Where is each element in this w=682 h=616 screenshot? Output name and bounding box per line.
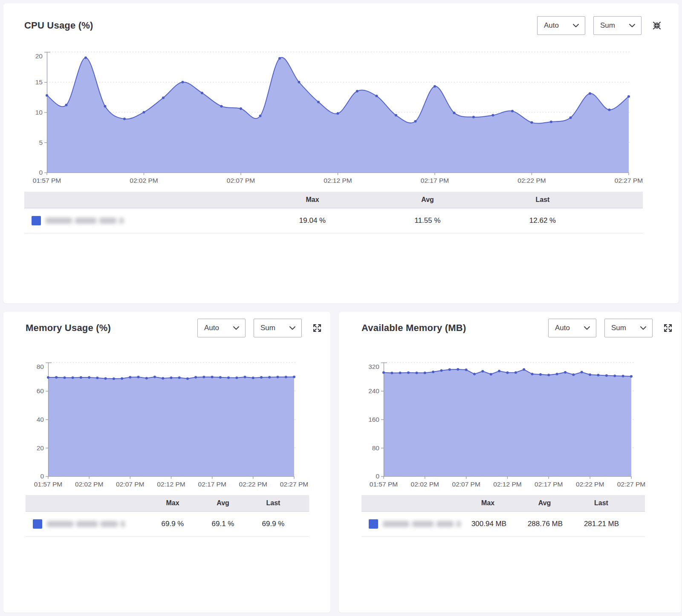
legend-header-avg: Avg	[370, 196, 485, 204]
collapse-chart-button[interactable]	[651, 20, 662, 31]
chart-title-available-memory: Available Memory (MB)	[361, 322, 548, 334]
legend-header-row: Max Avg Last	[24, 192, 643, 208]
svg-text:02:17 PM: 02:17 PM	[535, 481, 563, 488]
series-color-swatch	[369, 519, 378, 529]
series-label-redacted	[46, 218, 124, 224]
panel-header: CPU Usage (%) Auto Sum	[3, 16, 679, 35]
svg-text:320: 320	[368, 363, 379, 370]
svg-text:80: 80	[37, 363, 44, 370]
svg-text:02:27 PM: 02:27 PM	[617, 481, 645, 488]
svg-text:02:07 PM: 02:07 PM	[227, 177, 255, 183]
legend-value-avg: 288.76 MB	[517, 520, 573, 528]
svg-text:02:12 PM: 02:12 PM	[157, 481, 185, 488]
series-color-swatch	[33, 519, 42, 529]
legend-value-avg: 69.1 %	[198, 520, 248, 528]
panel-controls: Auto Sum	[548, 319, 673, 337]
interval-dropdown[interactable]: Auto	[548, 319, 596, 337]
aggregation-dropdown[interactable]: Sum	[593, 16, 642, 35]
svg-text:5: 5	[39, 139, 43, 146]
panel-header: Available Memory (MB) Auto Sum	[339, 319, 681, 337]
svg-text:15: 15	[35, 78, 43, 86]
series-label-redacted	[47, 521, 125, 527]
legend-header-last: Last	[573, 499, 630, 507]
chart-title-cpu: CPU Usage (%)	[24, 20, 537, 31]
interval-dropdown-value: Auto	[555, 324, 570, 332]
legend-header-avg: Avg	[516, 499, 573, 507]
expand-chart-button[interactable]	[662, 322, 673, 334]
chevron-down-icon	[233, 324, 240, 332]
legend-header-last: Last	[248, 499, 298, 507]
panel-controls: Auto Sum	[197, 319, 323, 337]
chevron-down-icon	[629, 21, 636, 30]
series-color-swatch	[32, 216, 41, 225]
expand-icon	[312, 323, 322, 333]
svg-text:10: 10	[35, 109, 43, 116]
legend-value-max: 19.04 %	[255, 216, 370, 225]
legend-series-row[interactable]: 300.94 MB 288.76 MB 281.21 MB	[361, 511, 645, 537]
chevron-down-icon	[640, 324, 647, 332]
svg-text:20: 20	[37, 444, 44, 452]
svg-text:0: 0	[40, 472, 44, 480]
svg-text:60: 60	[37, 387, 44, 394]
legend-table: Max Avg Last 300.94 MB 288.76 MB 281.21 …	[361, 495, 645, 537]
svg-text:02:12 PM: 02:12 PM	[324, 177, 352, 183]
panel-controls: Auto Sum	[537, 16, 662, 35]
svg-text:40: 40	[37, 416, 44, 423]
expand-icon	[663, 323, 673, 333]
expand-chart-button[interactable]	[312, 322, 323, 334]
interval-dropdown-value: Auto	[544, 21, 559, 30]
svg-text:02:02 PM: 02:02 PM	[130, 177, 158, 183]
aggregation-dropdown-value: Sum	[260, 324, 275, 332]
svg-text:02:22 PM: 02:22 PM	[576, 481, 604, 488]
svg-text:02:02 PM: 02:02 PM	[75, 481, 103, 488]
legend-value-avg: 11.55 %	[370, 216, 485, 225]
legend-header-row: Max Avg Last	[361, 495, 645, 511]
aggregation-dropdown[interactable]: Sum	[254, 319, 302, 337]
svg-text:02:12 PM: 02:12 PM	[493, 481, 521, 488]
memory-usage-panel: Memory Usage (%) Auto Sum 02040608001:57…	[3, 312, 330, 613]
interval-dropdown[interactable]: Auto	[197, 319, 246, 337]
svg-text:0: 0	[376, 472, 379, 480]
svg-text:160: 160	[368, 416, 379, 423]
memory-usage-chart[interactable]: 02040608001:57 PM02:02 PM02:07 PM02:12 P…	[3, 350, 330, 491]
legend-table: Max Avg Last 69.9 % 69.1 % 69.9 %	[26, 495, 309, 537]
legend-header-row: Max Avg Last	[26, 495, 309, 511]
svg-text:01:57 PM: 01:57 PM	[34, 481, 62, 488]
legend-table: Max Avg Last 19.04 % 11.55 % 12.62 %	[24, 192, 643, 233]
chevron-down-icon	[289, 324, 296, 332]
cpu-usage-chart[interactable]: 0510152001:57 PM02:02 PM02:07 PM02:12 PM…	[3, 46, 679, 183]
legend-series-row[interactable]: 69.9 % 69.1 % 69.9 %	[26, 511, 309, 537]
legend-header-avg: Avg	[198, 499, 248, 507]
svg-text:02:27 PM: 02:27 PM	[615, 177, 643, 183]
legend-value-last: 69.9 %	[248, 520, 298, 528]
legend-value-max: 69.9 %	[147, 520, 198, 528]
svg-text:02:17 PM: 02:17 PM	[421, 177, 449, 183]
panel-header: Memory Usage (%) Auto Sum	[3, 319, 330, 337]
svg-text:20: 20	[35, 52, 43, 60]
legend-value-max: 300.94 MB	[461, 520, 517, 528]
svg-text:02:07 PM: 02:07 PM	[116, 481, 144, 488]
legend-header-last: Last	[485, 196, 600, 204]
legend-value-last: 281.21 MB	[573, 520, 630, 528]
svg-text:01:57 PM: 01:57 PM	[370, 481, 398, 488]
svg-text:01:57 PM: 01:57 PM	[33, 177, 61, 183]
chevron-down-icon	[572, 21, 579, 30]
legend-header-max: Max	[147, 499, 198, 507]
svg-text:02:22 PM: 02:22 PM	[239, 481, 267, 488]
series-label-redacted	[383, 521, 461, 527]
interval-dropdown[interactable]: Auto	[537, 16, 585, 35]
legend-header-max: Max	[459, 499, 516, 507]
svg-text:02:22 PM: 02:22 PM	[517, 177, 546, 183]
legend-series-row[interactable]: 19.04 % 11.55 % 12.62 %	[24, 208, 643, 233]
svg-text:02:07 PM: 02:07 PM	[452, 481, 480, 488]
svg-text:02:27 PM: 02:27 PM	[280, 481, 308, 488]
aggregation-dropdown-value: Sum	[611, 324, 626, 332]
available-memory-chart[interactable]: 08016024032001:57 PM02:02 PM02:07 PM02:1…	[339, 350, 681, 491]
aggregation-dropdown[interactable]: Sum	[604, 319, 653, 337]
available-memory-panel: Available Memory (MB) Auto Sum 080160240…	[339, 312, 681, 613]
interval-dropdown-value: Auto	[204, 324, 219, 332]
svg-text:240: 240	[368, 387, 379, 394]
legend-value-last: 12.62 %	[485, 216, 600, 225]
chart-title-memory: Memory Usage (%)	[26, 322, 197, 334]
aggregation-dropdown-value: Sum	[600, 21, 615, 30]
